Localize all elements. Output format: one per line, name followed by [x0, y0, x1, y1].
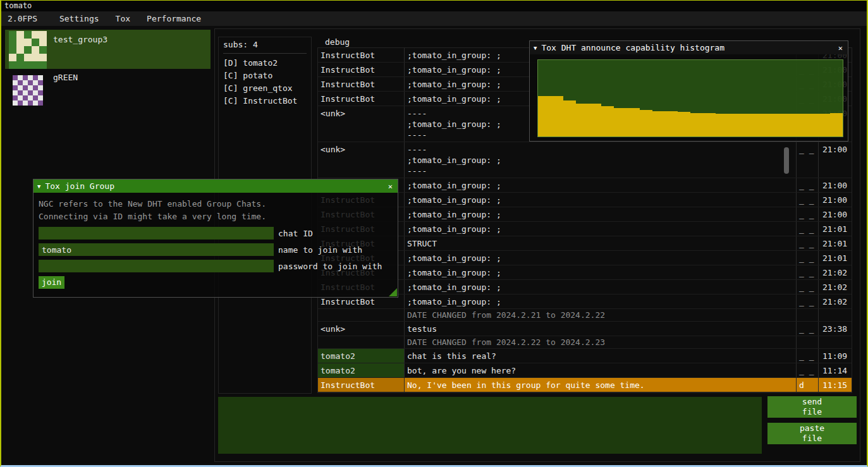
join-fields: chat ID name to join with password to jo…: [39, 227, 393, 272]
app-window: tomato 2.0FPS SettingsToxPerformance tes…: [0, 0, 868, 467]
message-status: _ _: [797, 236, 819, 250]
menu-item[interactable]: Tox: [107, 14, 138, 23]
field-row: password to join with: [39, 260, 393, 272]
field-label: password to join with: [278, 262, 382, 271]
histogram-bar: [792, 114, 805, 136]
message-status: _ _: [797, 142, 819, 178]
paste-file-button[interactable]: paste file: [767, 423, 857, 444]
histogram-bar: [538, 96, 551, 136]
text-input[interactable]: [39, 260, 274, 272]
message-text: STRUCT: [405, 236, 797, 250]
chat-message-row[interactable]: <unk> testus _ _ 23:38: [318, 322, 852, 336]
message-author: InstructBot: [318, 48, 405, 62]
message-time: [819, 309, 852, 321]
message-text: DATE CHANGED from 2024.2.22 to 2024.2.23: [405, 336, 797, 348]
sub-item[interactable]: [C] potato: [223, 70, 307, 82]
histogram-window-titlebar[interactable]: ▼ Tox DHT announce capability histogram …: [530, 41, 848, 54]
menu-items: SettingsToxPerformance: [51, 14, 209, 23]
message-time: 11:09: [819, 349, 852, 363]
chat-message-row[interactable]: tomato2 chat is this real? _ _ 11:09: [318, 349, 852, 363]
message-status: d: [797, 378, 819, 392]
chat-message-row[interactable]: DATE CHANGED from 2024.2.22 to 2024.2.23: [318, 336, 852, 349]
message-status: [797, 309, 819, 321]
message-author: InstructBot: [318, 77, 405, 91]
message-text: ;tomato_in_group: ;: [405, 265, 797, 279]
chat-header: debug: [325, 37, 350, 47]
text-input[interactable]: [39, 227, 274, 240]
sub-item[interactable]: [D] tomato2: [223, 57, 307, 70]
chat-message-row[interactable]: tomato2 bot, are you new here? _ _ 11:14: [318, 363, 852, 378]
message-author: [318, 309, 405, 321]
message-time: 21:00: [819, 207, 852, 221]
histogram-plot[interactable]: [537, 59, 843, 137]
histogram-bar: [728, 114, 741, 136]
join-button[interactable]: join: [39, 276, 64, 289]
message-text: ;tomato_in_group: ;: [405, 280, 797, 294]
message-status: _ _: [797, 193, 819, 207]
field-row: chat ID: [39, 227, 393, 240]
chat-message-row[interactable]: <unk> ---- ;tomato_in_group: ; ---- _ _ …: [318, 142, 852, 178]
sub-item[interactable]: [C] InstructBot: [223, 95, 307, 107]
join-window-body: NGC refers to the New DHT enabled Group …: [34, 193, 398, 297]
join-window-titlebar[interactable]: ▼ Tox join Group ✕: [34, 179, 398, 193]
send-file-button[interactable]: send file: [767, 396, 857, 418]
menu-item[interactable]: Performance: [138, 14, 209, 23]
group-name: test_group3: [53, 35, 107, 44]
chat-message-row[interactable]: InstructBot No, I've been in this group …: [318, 378, 852, 392]
message-text: ---- ;tomato_in_group: ; ----: [405, 142, 797, 178]
close-icon[interactable]: ✕: [837, 44, 844, 52]
field-label: name to join with: [278, 245, 362, 255]
chat-message-row[interactable]: DATE CHANGED from 2024.2.21 to 2024.2.22: [318, 309, 852, 322]
message-time: 21:01: [819, 222, 852, 236]
join-window-title: Tox join Group: [45, 181, 386, 191]
collapse-icon[interactable]: ▼: [534, 45, 537, 51]
window-title: tomato: [4, 1, 32, 10]
join-group-window: ▼ Tox join Group ✕ NGC refers to the New…: [33, 179, 398, 298]
message-text: ;tomato_in_group: ;: [405, 251, 797, 265]
message-time: 21:00: [819, 142, 852, 178]
join-info: NGC refers to the New DHT enabled Group …: [39, 198, 393, 223]
group-avatar: [13, 75, 43, 106]
collapse-icon[interactable]: ▼: [37, 183, 40, 190]
message-author: <unk>: [318, 322, 405, 336]
histogram-window-title: Tox DHT announce capability histogram: [541, 43, 836, 52]
subs-header: subs: 4: [223, 39, 307, 54]
message-author: <unk>: [318, 106, 405, 142]
field-row: name to join with: [39, 243, 393, 256]
message-text: ;tomato_in_group: ;: [405, 207, 797, 221]
message-time: 21:01: [819, 236, 852, 250]
sub-item[interactable]: [C] green_qtox: [223, 82, 307, 95]
message-author: InstructBot: [318, 63, 405, 76]
message-time: 21:01: [819, 251, 852, 265]
histogram-bar: [652, 111, 665, 136]
message-status: _ _: [797, 178, 819, 192]
histogram-window: ▼ Tox DHT announce capability histogram …: [529, 40, 848, 142]
text-input[interactable]: [39, 243, 274, 256]
window-titlebar: tomato: [1, 1, 867, 11]
message-status: _ _: [797, 222, 819, 236]
menubar: 2.0FPS SettingsToxPerformance: [1, 11, 867, 26]
message-text: ;tomato_in_group: ;: [405, 222, 797, 236]
resize-grip-icon[interactable]: [389, 288, 397, 296]
group-item-test_group3[interactable]: test_group3: [5, 30, 211, 69]
close-icon[interactable]: ✕: [387, 182, 394, 191]
chat-scrollbar[interactable]: [784, 147, 789, 174]
histogram-bar: [805, 114, 817, 136]
message-status: _ _: [797, 363, 819, 377]
message-time: 11:14: [819, 363, 852, 377]
info-text: Connecting via ID might take a very long…: [39, 210, 393, 223]
histogram-bar: [817, 114, 830, 136]
histogram-bar: [703, 113, 716, 137]
message-input[interactable]: [218, 397, 762, 454]
histogram-bar: [779, 114, 792, 136]
message-text: ;tomato_in_group: ;: [405, 193, 797, 207]
group-name: gREEN: [53, 73, 78, 82]
menu-item[interactable]: Settings: [51, 14, 107, 23]
group-item-gREEN[interactable]: gREEN: [5, 71, 211, 109]
histogram-bar: [640, 110, 652, 136]
histogram-bar: [614, 108, 627, 136]
message-time: [819, 336, 852, 348]
fps-indicator: 2.0FPS: [6, 14, 44, 23]
message-status: _ _: [797, 207, 819, 221]
histogram-bar: [627, 108, 640, 136]
